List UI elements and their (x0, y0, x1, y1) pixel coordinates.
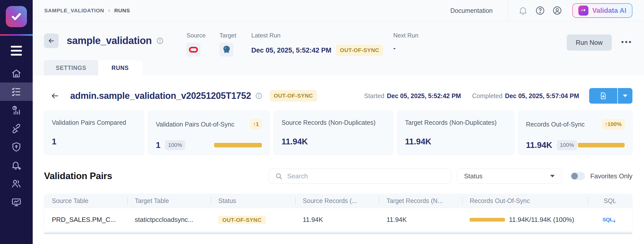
security-shield-icon (11, 142, 22, 152)
ai-chat-sparkle-icon (578, 6, 588, 16)
column-source-records[interactable]: Source Records (... (295, 197, 379, 205)
validata-ai-label: Validata AI (592, 7, 626, 15)
account-button[interactable] (552, 6, 562, 16)
column-status[interactable]: Status (211, 197, 295, 205)
validation-pairs-toolbar: Validation Pairs Status Favorites Only (44, 169, 632, 184)
out-of-sync-bar (470, 218, 505, 222)
page-title: sample_validation (67, 35, 152, 46)
documentation-link[interactable]: Documentation (450, 7, 493, 14)
topbar-divider (508, 0, 508, 21)
card-pairs-out-of-sync: Validation Pairs Out-of-Sync ↑1 1 100% (148, 111, 270, 155)
validata-logo[interactable] (6, 6, 27, 27)
source-label: Source (186, 32, 206, 39)
sidebar-item-connections[interactable] (0, 119, 33, 138)
column-source-table[interactable]: Source Table (44, 197, 127, 205)
source-db-tile[interactable] (186, 43, 200, 57)
cell-target-records: 11.94K (379, 216, 462, 224)
column-target-table[interactable]: Target Table (127, 197, 211, 205)
card-pairs-compared: Validation Pairs Compared 1 (44, 111, 144, 155)
card-value: 1 (52, 137, 56, 146)
arrow-left-icon (48, 37, 55, 45)
column-target-records[interactable]: Target Records (N... (379, 197, 462, 205)
stats-cards: Validation Pairs Compared 1 Validation P… (44, 111, 632, 155)
percent-chip: 100% (165, 140, 185, 150)
run-info-icon[interactable] (255, 92, 263, 100)
back-button[interactable] (44, 33, 59, 48)
search-icon (275, 172, 283, 180)
help-button[interactable] (535, 6, 545, 16)
tabs: SETTINGS RUNS (44, 60, 632, 75)
delta-badge: ↑1 (250, 119, 262, 130)
tab-settings[interactable]: SETTINGS (44, 60, 98, 75)
card-label: Validation Pairs Out-of-Sync (156, 121, 234, 128)
sidebar-item-users[interactable] (0, 174, 33, 193)
column-records-out-of-sync[interactable]: Records Out-Of-Sync (462, 197, 588, 205)
status-filter-label: Status (464, 172, 482, 180)
sidebar-item-analytics[interactable] (0, 101, 33, 119)
download-report-button[interactable] (589, 88, 617, 104)
run-completed-value: Dec 05, 2025, 5:57:04 PM (505, 92, 579, 99)
run-title: admin.sample_validation_v20251205T1752 (70, 91, 251, 101)
validation-pairs-table: Source Table Target Table Status Source … (44, 194, 632, 231)
more-options-button[interactable]: ••• (621, 38, 632, 46)
delta-badge: ↑100% (602, 119, 625, 130)
sidebar-item-alerts[interactable] (0, 156, 33, 174)
alerts-bell-plus-icon (11, 160, 22, 171)
download-options-button[interactable] (618, 88, 632, 104)
cell-records-out-of-sync: 11.94K/11.94K (100%) (462, 216, 588, 224)
connections-icon (11, 123, 22, 134)
reports-monitor-icon (11, 197, 22, 207)
cell-target-table: statictpccloadsync... (127, 216, 211, 224)
percent-chip: 100% (557, 140, 577, 150)
column-sql[interactable]: SQL (588, 197, 632, 205)
gradient-divider (0, 34, 33, 36)
validata-ai-button[interactable]: Validata AI (572, 3, 632, 18)
table-row[interactable]: PRD_SALES.PM_C... statictpccloadsync... … (44, 208, 632, 231)
card-label: Records Out-of-Sync (526, 121, 585, 128)
card-value: 1 (156, 140, 160, 150)
sidebar-item-reports[interactable] (0, 193, 33, 211)
run-started: StartedDec 05, 2025, 5:52:42 PM (364, 92, 461, 100)
run-header-row: admin.sample_validation_v20251205T1752 O… (44, 88, 632, 104)
user-icon (552, 6, 562, 16)
target-db-tile[interactable] (219, 43, 233, 57)
breadcrumb-page: RUNS (114, 8, 130, 14)
table-header: Source Table Target Table Status Source … (44, 194, 632, 208)
arrow-down-icon (612, 219, 617, 223)
run-started-value: Dec 05, 2025, 5:52:42 PM (387, 92, 461, 99)
sql-download-button[interactable]: SQL (602, 217, 618, 223)
breadcrumb-project[interactable]: SAMPLE_VALIDATION (44, 8, 104, 14)
help-icon (535, 6, 545, 16)
file-download-icon (599, 92, 607, 100)
sidebar-item-security[interactable] (0, 138, 33, 156)
out-of-sync-value: 11.94K/11.94K (100%) (509, 216, 574, 224)
page-header: sample_validation Source Target (33, 21, 644, 75)
progress-bar (214, 143, 262, 147)
bell-icon (518, 6, 528, 16)
search-input[interactable] (287, 172, 445, 180)
sidebar-item-home[interactable] (0, 64, 33, 83)
cell-sql: SQL (588, 217, 632, 223)
favorites-toggle[interactable] (571, 172, 585, 180)
main-column: SAMPLE_VALIDATION › RUNS Documentation (33, 0, 644, 244)
latest-run-value: Dec 05, 2025, 5:52:42 PM (251, 47, 331, 54)
run-now-button[interactable]: Run Now (567, 34, 612, 51)
notifications-button[interactable] (518, 6, 528, 16)
chevron-down-icon (550, 175, 555, 177)
run-completed: CompletedDec 05, 2025, 5:57:04 PM (472, 92, 579, 100)
card-records-out-of-sync: Records Out-of-Sync ↑100% 11.94K 100% (518, 111, 632, 155)
tab-runs[interactable]: RUNS (98, 60, 142, 75)
card-label: Validation Pairs Compared (52, 119, 126, 126)
card-target-records: Target Records (Non-Duplicates) 11.94K (397, 111, 514, 155)
sidebar-item-validations[interactable] (0, 83, 33, 101)
search-box (269, 169, 451, 184)
target-label: Target (219, 32, 236, 39)
status-filter-select[interactable]: Status (457, 169, 561, 184)
info-icon[interactable] (156, 37, 164, 45)
horizontal-scrollbar[interactable] (44, 232, 632, 234)
menu-toggle-button[interactable] (11, 46, 22, 56)
card-value: 11.94K (526, 140, 552, 150)
section-title: Validation Pairs (44, 171, 112, 181)
card-label: Target Records (Non-Duplicates) (405, 119, 497, 126)
run-back-button[interactable] (51, 92, 59, 100)
